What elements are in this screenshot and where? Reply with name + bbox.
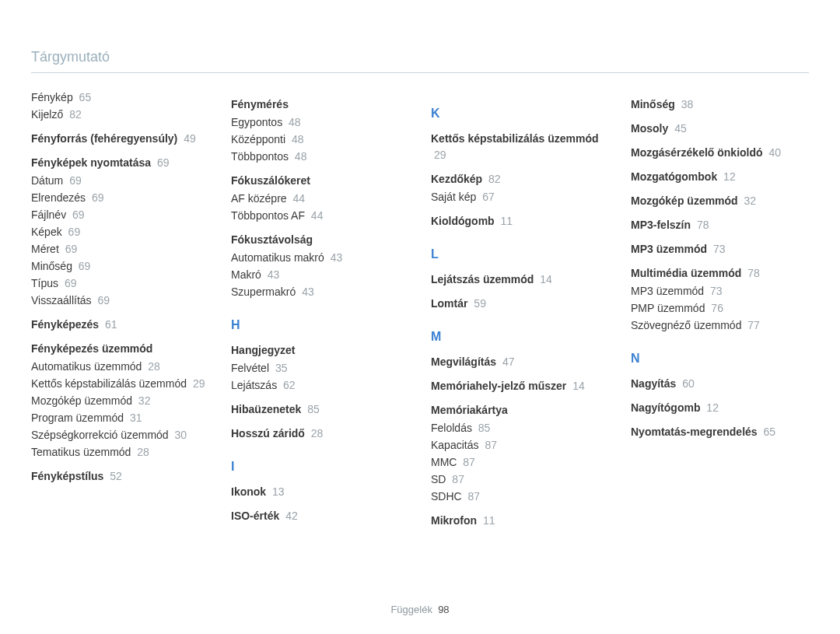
index-entry[interactable]: Méret 69 <box>31 241 209 257</box>
index-entry-heading[interactable]: Kettős képstabilizálás üzemmód 29 <box>431 131 609 163</box>
index-entry-page: 73 <box>713 243 726 255</box>
index-entry-page: 29 <box>193 377 205 390</box>
index-entry-label: Kijelző <box>31 108 63 121</box>
index-column: Minőség 38Mosoly 45Mozgásérzékelő önkiol… <box>631 89 809 531</box>
index-entry[interactable]: Képek 69 <box>31 224 209 240</box>
index-entry[interactable]: Többpontos AF 44 <box>231 208 409 224</box>
index-entry-heading[interactable]: Hosszú záridő 28 <box>231 426 409 442</box>
index-entry[interactable]: Szépségkorrekció üzemmód 30 <box>31 427 209 443</box>
index-entry[interactable]: SDHC 87 <box>431 489 609 505</box>
index-entry[interactable]: MMC 87 <box>431 454 609 471</box>
index-entry-page: 69 <box>157 156 170 169</box>
index-entry-page: 43 <box>331 251 343 264</box>
index-entry-heading[interactable]: MP3-felszín 78 <box>631 217 809 233</box>
index-entry[interactable]: Dátum 69 <box>31 173 209 189</box>
index-entry-heading[interactable]: Fényképezés üzemmód <box>31 341 209 357</box>
index-entry-label: Memóriakártya <box>431 404 508 416</box>
index-entry-label: Fényképstílus <box>31 470 103 482</box>
index-entry-label: Dátum <box>31 174 63 187</box>
index-entry-label: Fájlnév <box>31 208 66 221</box>
index-entry[interactable]: Egypontos 48 <box>231 114 409 131</box>
index-entry-heading[interactable]: Memóriahely-jelző műszer 14 <box>431 378 609 394</box>
index-entry[interactable]: SD 87 <box>431 471 609 488</box>
index-entry[interactable]: Elrendezés 69 <box>31 190 209 206</box>
index-entry-heading[interactable]: Multimédia üzemmód 78 <box>631 265 809 282</box>
index-entry-heading[interactable]: Nyomtatás-megrendelés 65 <box>631 424 809 440</box>
index-entry[interactable]: Fénykép 65 <box>31 89 209 106</box>
index-entry-page: 45 <box>674 122 687 135</box>
index-entry-label: MP3-felszín <box>631 219 691 231</box>
index-entry[interactable]: Lejátszás 62 <box>231 377 409 394</box>
index-entry[interactable]: Makró 43 <box>231 267 409 283</box>
index-entry[interactable]: Feloldás 85 <box>431 420 609 436</box>
index-entry[interactable]: Többpontos 48 <box>231 149 409 165</box>
index-entry[interactable]: Mozgókép üzemmód 32 <box>31 393 209 409</box>
index-entry-heading[interactable]: Kezdőkép 82 <box>431 171 609 187</box>
index-entry-heading[interactable]: Mozgatógombok 12 <box>631 169 809 185</box>
index-entry[interactable]: PMP üzemmód 76 <box>631 300 809 317</box>
index-entry[interactable]: Kapacitás 87 <box>431 437 609 454</box>
index-entry[interactable]: Fájlnév 69 <box>31 207 209 223</box>
index-entry-page: 43 <box>268 268 280 281</box>
index-entry-heading[interactable]: Lomtár 59 <box>431 296 609 312</box>
index-entry[interactable]: Kijelző 82 <box>31 107 209 123</box>
index-entry-heading[interactable]: ISO-érték 42 <box>231 508 409 524</box>
index-entry[interactable]: Visszaállítás 69 <box>31 292 209 309</box>
index-entry-page: 35 <box>275 362 288 374</box>
index-entry-label: Minőség <box>631 98 675 110</box>
index-entry-heading[interactable]: Kioldógomb 11 <box>431 213 609 229</box>
index-entry-heading[interactable]: Mosoly 45 <box>631 121 809 137</box>
index-entry-page: 59 <box>474 297 486 310</box>
index-entry-heading[interactable]: Megvilágítás 47 <box>431 354 609 370</box>
index-entry-heading[interactable]: Ikonok 13 <box>231 484 409 500</box>
index-entry[interactable]: Tematikus üzemmód 28 <box>31 444 209 461</box>
index-entry-label: Fókuszálókeret <box>231 174 310 187</box>
index-entry[interactable]: MP3 üzemmód 73 <box>631 283 809 299</box>
index-entry-page: 48 <box>295 150 307 163</box>
index-entry-label: Megvilágítás <box>431 356 496 368</box>
index-entry-label: Kezdőkép <box>431 173 482 185</box>
index-entry-label: Fókusztávolság <box>231 233 313 246</box>
index-entry-heading[interactable]: Minőség 38 <box>631 96 809 113</box>
index-letter-heading: L <box>431 245 609 264</box>
footer-page-number: 98 <box>438 604 449 615</box>
index-entry[interactable]: Automatikus makró 43 <box>231 250 409 266</box>
index-entry[interactable]: AF középre 44 <box>231 191 409 207</box>
index-entry-label: Képek <box>31 226 62 238</box>
index-entry-heading[interactable]: Fényképek nyomtatása 69 <box>31 155 209 171</box>
index-entry-page: 48 <box>289 116 301 128</box>
index-entry-heading[interactable]: Hangjegyzet <box>231 342 409 359</box>
index-entry[interactable]: Program üzemmód 31 <box>31 410 209 426</box>
index-entry-heading[interactable]: Hibaüzenetek 85 <box>231 401 409 418</box>
index-entry[interactable]: Minőség 69 <box>31 258 209 275</box>
index-entry-heading[interactable]: Mikrofon 11 <box>431 513 609 529</box>
index-entry-heading[interactable]: Fénymérés <box>231 96 409 113</box>
index-entry-heading[interactable]: Mozgásérzékelő önkioldó 40 <box>631 145 809 161</box>
index-entry[interactable]: Típus 69 <box>31 275 209 292</box>
index-entry-heading[interactable]: Fókuszálókeret <box>231 173 409 189</box>
index-entry-heading[interactable]: Fényképstílus 52 <box>31 468 209 485</box>
index-entry[interactable]: Középponti 48 <box>231 131 409 148</box>
index-entry[interactable]: Szövegnéző üzemmód 77 <box>631 317 809 334</box>
index-entry-heading[interactable]: Nagyítógomb 12 <box>631 400 809 416</box>
index-entry-heading[interactable]: Fókusztávolság <box>231 232 409 248</box>
index-entry-page: 60 <box>682 377 695 390</box>
index-entry-page: 73 <box>710 285 723 297</box>
index-entry-heading[interactable]: Fényképezés 61 <box>31 317 209 333</box>
index-entry-page: 52 <box>110 470 122 482</box>
index-column: Fénykép 65Kijelző 82Fényforrás (fehéregy… <box>31 89 231 531</box>
index-entry-heading[interactable]: Nagyítás 60 <box>631 376 809 392</box>
index-entry[interactable]: Kettős képstabilizálás üzemmód 29 <box>31 376 209 392</box>
index-entry-heading[interactable]: Lejátszás üzemmód 14 <box>431 271 609 288</box>
index-entry[interactable]: Saját kép 67 <box>431 189 609 205</box>
index-entry-label: MP3 üzemmód <box>631 243 707 255</box>
index-entry-heading[interactable]: Mozgókép üzemmód 32 <box>631 193 809 209</box>
index-entry[interactable]: Automatikus üzemmód 28 <box>31 359 209 375</box>
index-entry-heading[interactable]: MP3 üzemmód 73 <box>631 241 809 257</box>
index-entry[interactable]: Szupermakró 43 <box>231 284 409 300</box>
index-entry-heading[interactable]: Fényforrás (fehéregyensúly) 49 <box>31 131 209 147</box>
index-entry-label: Mozgókép üzemmód <box>31 394 132 407</box>
index-entry[interactable]: Felvétel 35 <box>231 360 409 377</box>
index-entry-page: 14 <box>572 380 585 392</box>
index-entry-heading[interactable]: Memóriakártya <box>431 402 609 419</box>
